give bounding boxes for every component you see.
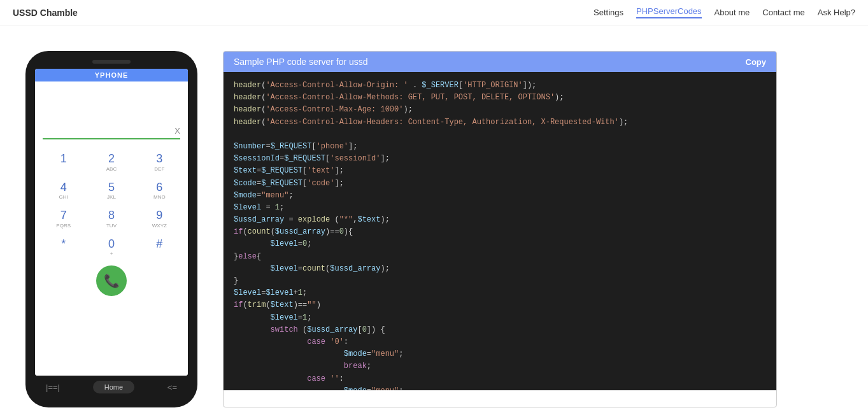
navbar: USSD Chamble Settings PHPServerCodes Abo… (0, 0, 868, 25)
home-button[interactable]: Home (93, 381, 134, 393)
phone-key-1[interactable]: 1 (43, 150, 84, 174)
nav-settings[interactable]: Settings (594, 8, 623, 17)
nav-askhelp[interactable]: Ask Help? (818, 8, 855, 17)
phone-key-7[interactable]: 7PQRS (43, 206, 84, 231)
phone-status-bar: YPHONE (35, 69, 188, 81)
phone-keypad: 1 2ABC 3DEF 4GHI 5JKL 6MNO 7PQRS 8TUV 9W… (43, 150, 180, 259)
phone-key-5[interactable]: 5JKL (90, 178, 132, 203)
call-button[interactable]: 📞 (96, 265, 127, 296)
phone-key-9[interactable]: 9WXYZ (139, 206, 180, 231)
phone-dialer-display: X 1 2ABC 3DEF 4GHI 5JKL 6MNO 7PQRS 8TUV … (35, 81, 188, 376)
phone-bottom-bar: |==| Home <= (33, 376, 190, 399)
phone-speaker (92, 60, 131, 64)
phone-mockup: YPHONE X 1 2ABC 3DEF 4GHI 5JKL 6MNO 7PQR… (25, 51, 197, 407)
phone-key-4[interactable]: 4GHI (43, 178, 84, 203)
code-panel-header: Sample PHP code server for ussd Copy (224, 52, 776, 72)
code-body[interactable]: header('Access-Control-Allow-Origin: ' .… (224, 72, 776, 390)
nav-contactme[interactable]: Contact me (762, 8, 804, 17)
phone-key-hash[interactable]: # (139, 235, 180, 260)
phone-key-3[interactable]: 3DEF (139, 150, 180, 174)
phone-key-star[interactable]: * (43, 235, 84, 260)
menu-icon: |==| (46, 383, 60, 392)
phone-backspace-icon[interactable]: X (174, 126, 180, 136)
nav-aboutme[interactable]: About me (715, 8, 750, 17)
phone-body: YPHONE X 1 2ABC 3DEF 4GHI 5JKL 6MNO 7PQR… (25, 51, 197, 407)
copy-button[interactable]: Copy (746, 57, 767, 67)
brand-logo: USSD Chamble (13, 8, 78, 18)
phone-screen: YPHONE X 1 2ABC 3DEF 4GHI 5JKL 6MNO 7PQR… (35, 69, 188, 376)
phone-key-6[interactable]: 6MNO (139, 178, 180, 203)
phone-key-8[interactable]: 8TUV (90, 206, 132, 231)
back-icon: <= (167, 383, 177, 392)
phone-key-2[interactable]: 2ABC (90, 150, 132, 174)
nav-links: Settings PHPServerCodes About me Contact… (594, 6, 855, 18)
code-panel: Sample PHP code server for ussd Copy hea… (223, 51, 777, 407)
phone-input-row: X (43, 126, 180, 139)
phone-key-0[interactable]: 0+ (90, 235, 132, 260)
main-content: YPHONE X 1 2ABC 3DEF 4GHI 5JKL 6MNO 7PQR… (0, 38, 868, 410)
code-panel-title: Sample PHP code server for ussd (234, 57, 368, 67)
nav-phpservercodes[interactable]: PHPServerCodes (636, 6, 702, 18)
phone-icon: 📞 (104, 273, 120, 288)
